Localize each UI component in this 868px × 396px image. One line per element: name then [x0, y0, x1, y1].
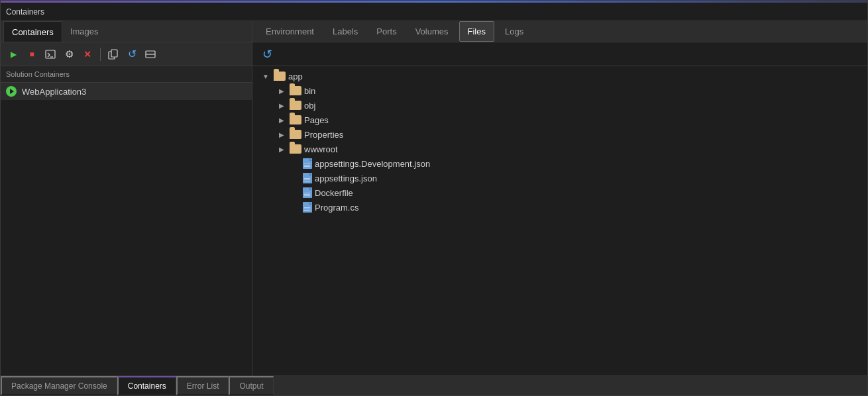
tree-arrow-bin: [276, 85, 287, 96]
tree-label-programcs: Program.cs: [315, 203, 358, 213]
right-tabs-bar: Environment Labels Ports Volumes Files L…: [252, 21, 867, 42]
svg-rect-3: [111, 50, 117, 57]
copy-button[interactable]: [105, 46, 122, 63]
bottom-tabs-bar: Package Manager Console Containers Error…: [1, 375, 867, 395]
window-title: Containers: [6, 7, 44, 17]
attach-icon: [145, 49, 156, 60]
container-list: WebApplication3: [1, 83, 252, 375]
folder-icon-app: [274, 72, 286, 81]
restart-button[interactable]: ↺: [123, 46, 140, 63]
tree-label-obj: obj: [304, 101, 315, 111]
tree-arrow-leaf-2: [290, 173, 300, 183]
tree-arrow-pages: [276, 115, 287, 125]
folder-icon-pages: [290, 115, 301, 124]
container-item-webapp[interactable]: WebApplication3: [1, 83, 252, 100]
tab-environment[interactable]: Environment: [258, 21, 322, 42]
folder-icon-properties: [290, 130, 301, 139]
main-content: Containers Images ▶ ■: [1, 21, 867, 375]
bottom-tab-error-list[interactable]: Error List: [176, 376, 229, 395]
left-tabs-bar: Containers Images: [1, 21, 252, 42]
tree-item-appsettings-dev[interactable]: appsettings.Development.json: [252, 156, 867, 171]
start-button[interactable]: ▶: [5, 46, 22, 63]
running-indicator: [6, 86, 17, 97]
tree-label-properties: Properties: [304, 130, 343, 140]
tree-label-app: app: [288, 72, 303, 81]
tree-item-wwwroot[interactable]: wwwroot: [252, 142, 867, 156]
file-icon-programcs: [303, 202, 312, 213]
delete-button[interactable]: ✕: [79, 46, 96, 63]
tree-item-properties[interactable]: Properties: [252, 127, 867, 142]
bottom-tab-containers[interactable]: Containers: [117, 376, 176, 395]
tree-arrow-wwwroot: [276, 144, 287, 154]
refresh-button[interactable]: ↺: [258, 45, 276, 64]
tree-arrow-leaf-4: [290, 202, 300, 213]
right-toolbar: ↺: [252, 42, 867, 66]
folder-icon-obj: [290, 101, 301, 110]
file-tree: app bin obj: [252, 66, 867, 375]
toolbar: ▶ ■ ⚙ ✕: [1, 42, 252, 66]
tree-arrow-properties: [276, 129, 287, 140]
stop-button[interactable]: ■: [23, 46, 40, 63]
title-bar: Containers: [1, 3, 867, 21]
tree-label-dockerfile: Dockerfile: [315, 188, 353, 198]
folder-icon-bin: [290, 86, 301, 95]
tab-files[interactable]: Files: [459, 21, 494, 42]
copy-icon: [108, 49, 119, 60]
tab-volumes[interactable]: Volumes: [407, 21, 457, 42]
right-panel: Environment Labels Ports Volumes Files L…: [252, 21, 867, 375]
file-icon-appsettings: [303, 173, 312, 183]
left-panel: Containers Images ▶ ■: [1, 21, 252, 375]
tree-item-obj[interactable]: obj: [252, 98, 867, 113]
tree-label-bin: bin: [304, 86, 315, 96]
tree-item-programcs[interactable]: Program.cs: [252, 200, 867, 215]
tree-item-bin[interactable]: bin: [252, 83, 867, 98]
tab-containers-left[interactable]: Containers: [3, 21, 62, 42]
tree-item-app[interactable]: app: [252, 69, 867, 83]
tab-ports[interactable]: Ports: [368, 21, 404, 42]
file-icon-appsettings-dev: [303, 158, 312, 169]
tree-arrow-app: [260, 71, 271, 81]
tree-arrow-leaf-1: [290, 158, 300, 169]
tree-label-appsettings-dev: appsettings.Development.json: [315, 159, 430, 169]
tab-images[interactable]: Images: [62, 21, 107, 42]
attach-button[interactable]: [142, 46, 159, 63]
folder-icon-wwwroot: [290, 144, 301, 154]
container-name: WebApplication3: [22, 87, 86, 97]
tree-label-appsettings: appsettings.json: [315, 173, 377, 183]
main-window: Containers Containers Images ▶: [0, 0, 868, 396]
tree-label-wwwroot: wwwroot: [304, 144, 338, 154]
tab-logs[interactable]: Logs: [497, 21, 531, 42]
terminal-icon: [45, 49, 56, 60]
tree-item-dockerfile[interactable]: Dockerfile: [252, 185, 867, 200]
file-icon-dockerfile: [303, 187, 312, 198]
tab-labels[interactable]: Labels: [325, 21, 366, 42]
tree-label-pages: Pages: [304, 115, 329, 125]
tree-item-appsettings[interactable]: appsettings.json: [252, 171, 867, 185]
tree-item-pages[interactable]: Pages: [252, 113, 867, 127]
bottom-tab-package-manager[interactable]: Package Manager Console: [1, 376, 117, 395]
tree-arrow-obj: [276, 100, 287, 111]
solution-containers-label: Solution Containers: [1, 66, 252, 83]
settings-button[interactable]: ⚙: [60, 46, 78, 63]
toolbar-separator-1: [100, 48, 101, 61]
terminal-button[interactable]: [42, 46, 59, 63]
tree-arrow-leaf-3: [290, 187, 300, 198]
bottom-tab-output[interactable]: Output: [229, 376, 273, 395]
